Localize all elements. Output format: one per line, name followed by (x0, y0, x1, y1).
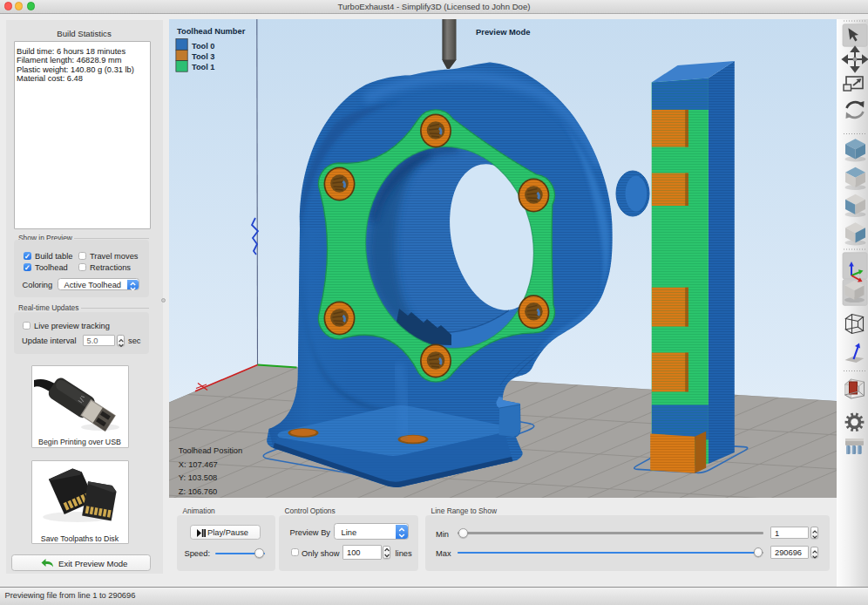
svg-text:Tool 0: Tool 0 (192, 42, 214, 51)
svg-text:X: 107.467: X: 107.467 (178, 460, 217, 469)
svg-text:Tool 3: Tool 3 (192, 52, 214, 61)
svg-text:Z: 106.760: Z: 106.760 (178, 487, 216, 496)
svg-text:Toolhead Number: Toolhead Number (177, 27, 246, 36)
svg-text:Preview Mode: Preview Mode (476, 27, 531, 37)
svg-text:Y: 103.508: Y: 103.508 (178, 473, 216, 482)
svg-text:Tool 1: Tool 1 (192, 63, 214, 71)
svg-text:Toolhead Position: Toolhead Position (178, 446, 241, 455)
